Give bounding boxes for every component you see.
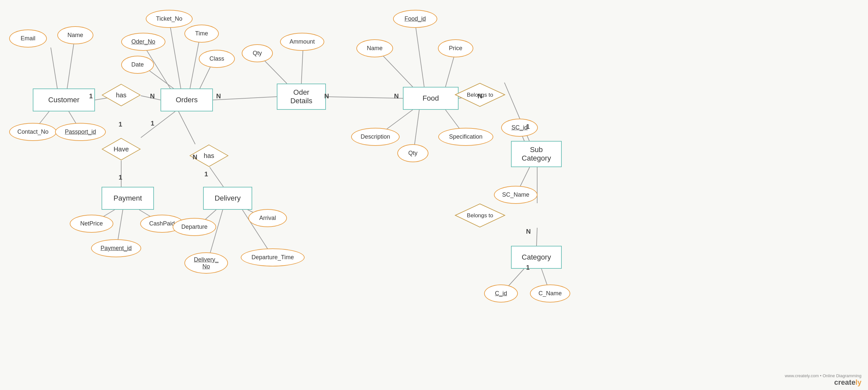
attr-departure: Departure bbox=[173, 218, 216, 236]
attr-sc-name: SC_Name bbox=[494, 186, 537, 204]
card-6: 1 bbox=[151, 120, 154, 127]
attr-netprice: NetPrice bbox=[70, 215, 113, 233]
attr-arrival: Arrival bbox=[248, 209, 287, 227]
entity-food: Food bbox=[403, 87, 459, 110]
card-12: 1 bbox=[526, 123, 530, 130]
card-14: 1 bbox=[526, 264, 530, 271]
svg-line-0 bbox=[51, 48, 57, 89]
svg-line-37 bbox=[536, 228, 537, 246]
attr-contact-no: Contact_No bbox=[9, 123, 57, 141]
attr-price: Price bbox=[438, 39, 473, 57]
rel-belongs2: Belongs to bbox=[455, 203, 505, 228]
attr-c-name: C_Name bbox=[530, 284, 570, 302]
entity-category: Category bbox=[511, 246, 562, 269]
attr-time: Time bbox=[184, 25, 219, 42]
card-9: 1 bbox=[119, 121, 122, 128]
card-13: N bbox=[526, 228, 531, 235]
card-10: 1 bbox=[119, 174, 122, 181]
entity-payment: Payment bbox=[101, 187, 154, 210]
svg-line-14 bbox=[326, 97, 403, 98]
attr-email: Email bbox=[9, 30, 47, 48]
rel-belongs1: Belongs to bbox=[455, 83, 505, 107]
card-2: N bbox=[150, 92, 155, 100]
attr-oder-no: Oder_No bbox=[121, 33, 165, 51]
attr-name-customer: Name bbox=[57, 26, 93, 44]
attr-delivery-no: Delivery_No bbox=[184, 252, 228, 274]
attr-payment-id: Payment_id bbox=[91, 239, 141, 257]
card-3: N bbox=[216, 92, 221, 100]
svg-line-21 bbox=[141, 112, 175, 138]
attr-description: Description bbox=[351, 128, 400, 146]
rel-have: Have bbox=[101, 138, 141, 160]
attr-c-id: C_id bbox=[484, 284, 518, 302]
attr-ammount: Ammount bbox=[280, 33, 324, 51]
attr-name-food: Name bbox=[356, 39, 393, 57]
attr-food-id: Food_id bbox=[393, 10, 437, 28]
attr-qty-food: Qty bbox=[397, 144, 428, 162]
svg-line-27 bbox=[210, 167, 223, 187]
svg-line-1 bbox=[67, 44, 74, 89]
rel-has1: has bbox=[101, 84, 141, 107]
attr-passport-id: Passport_id bbox=[55, 123, 106, 141]
card-4: N bbox=[324, 92, 329, 100]
attr-date: Date bbox=[121, 56, 154, 74]
attr-departure-time: Departure_Time bbox=[241, 248, 305, 266]
card-1: 1 bbox=[89, 92, 93, 100]
svg-line-6 bbox=[169, 18, 181, 89]
card-5: N bbox=[394, 92, 399, 100]
attr-class: Class bbox=[199, 50, 235, 68]
entity-delivery: Delivery bbox=[203, 187, 252, 210]
svg-line-26 bbox=[179, 112, 195, 144]
svg-line-11 bbox=[213, 97, 277, 100]
card-8: 1 bbox=[205, 171, 208, 178]
entity-orders: Orders bbox=[160, 89, 213, 112]
entity-oder-details: OderDetails bbox=[277, 84, 326, 110]
entity-sub-category: SubCategory bbox=[511, 141, 562, 167]
watermark: www.creately.com • Online Diagramming cr… bbox=[785, 373, 862, 387]
attr-ticket-no: Ticket_No bbox=[146, 10, 193, 28]
er-diagram: Customer Orders OderDetails Food Payment… bbox=[0, 0, 868, 390]
attr-specification: Specification bbox=[438, 128, 493, 146]
attr-sc-id: SC_id bbox=[501, 119, 538, 137]
entity-customer: Customer bbox=[33, 89, 95, 112]
card-7: N bbox=[193, 153, 197, 161]
attr-qty-od: Qty bbox=[242, 44, 273, 62]
